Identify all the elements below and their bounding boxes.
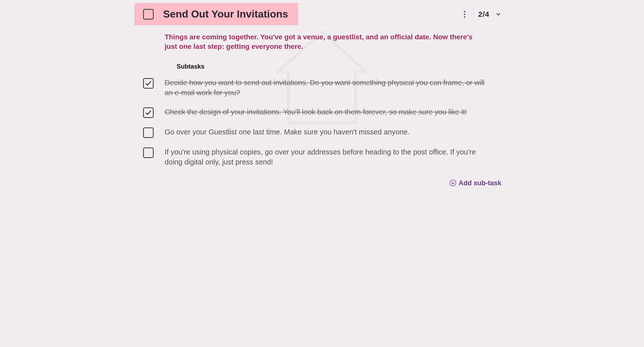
task-checkbox[interactable] xyxy=(143,9,154,20)
collapse-toggle[interactable] xyxy=(494,10,503,19)
divider xyxy=(473,9,474,20)
add-subtask-label: Add sub-task xyxy=(459,179,501,187)
subtask-checkbox[interactable] xyxy=(143,127,154,138)
task-description: Things are coming together. You've got a… xyxy=(165,32,475,51)
subtask-row: Check the design of your invitations. Yo… xyxy=(143,104,499,124)
subtask-checkbox[interactable] xyxy=(143,78,154,89)
subtasks-heading: Subtasks xyxy=(177,63,499,70)
subtask-checkbox[interactable] xyxy=(143,147,154,158)
subtask-text: Decide how you want to send out invitati… xyxy=(165,78,487,98)
add-subtask-button[interactable]: + Add sub-task xyxy=(450,179,501,187)
task-header-highlight: Send Out Your Invitations xyxy=(135,3,298,25)
task-title: Send Out Your Invitations xyxy=(163,8,288,20)
subtasks-list: Decide how you want to send out invitati… xyxy=(143,75,499,173)
task-header-actions: 2/4 xyxy=(460,9,509,20)
subtask-text: Go over your Guestlist one last time. Ma… xyxy=(165,127,410,137)
subtask-checkbox[interactable] xyxy=(143,107,154,118)
subtask-progress: 2/4 xyxy=(478,10,489,19)
subtask-row: Decide how you want to send out invitati… xyxy=(143,75,499,104)
task-header: Send Out Your Invitations 2/4 xyxy=(135,3,509,25)
task-footer: + Add sub-task xyxy=(135,178,509,192)
more-options-icon[interactable] xyxy=(460,9,469,20)
subtask-row: If you're using physical copies, go over… xyxy=(143,144,499,173)
task-card: Send Out Your Invitations 2/4 Things are… xyxy=(134,3,510,192)
subtask-text: If you're using physical copies, go over… xyxy=(165,147,487,167)
subtask-row: Go over your Guestlist one last time. Ma… xyxy=(143,124,499,144)
task-body: Things are coming together. You've got a… xyxy=(135,25,509,178)
subtask-text: Check the design of your invitations. Yo… xyxy=(165,107,467,117)
plus-icon: + xyxy=(450,180,456,186)
